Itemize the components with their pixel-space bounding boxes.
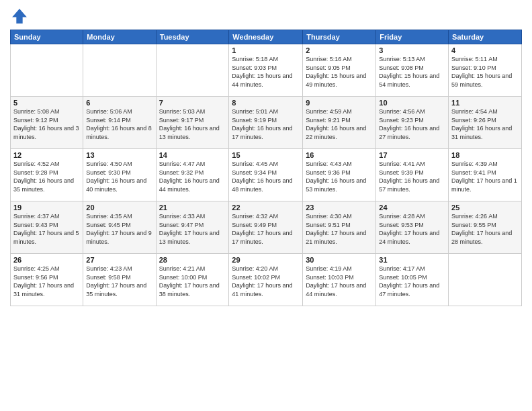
day-number: 27 [86,256,152,264]
day-info: Sunrise: 4:47 AM Sunset: 9:32 PM Dayligh… [159,160,226,193]
day-number: 19 [13,203,80,212]
day-number: 24 [379,203,445,212]
calendar-cell [449,254,522,306]
day-number: 6 [86,99,152,107]
day-number: 22 [232,203,300,212]
calendar-cell: 24Sunrise: 4:28 AM Sunset: 9:53 PM Dayli… [376,201,449,254]
day-number: 29 [232,256,300,264]
day-info: Sunrise: 4:17 AM Sunset: 10:05 PM Daylig… [379,265,445,298]
calendar-cell: 18Sunrise: 4:39 AM Sunset: 9:41 PM Dayli… [449,149,522,201]
day-number: 31 [379,256,445,264]
day-number: 25 [451,203,519,212]
day-number: 20 [86,203,152,212]
day-number: 23 [306,203,373,212]
calendar-cell: 7Sunrise: 5:03 AM Sunset: 9:17 PM Daylig… [156,97,229,149]
weekday-header-saturday: Saturday [449,30,522,44]
calendar-cell [11,44,83,97]
day-info: Sunrise: 4:35 AM Sunset: 9:45 PM Dayligh… [86,212,152,246]
weekday-header-tuesday: Tuesday [156,30,229,44]
day-number: 26 [13,256,80,264]
day-number: 9 [306,99,373,107]
day-info: Sunrise: 4:19 AM Sunset: 10:03 PM Daylig… [306,265,373,298]
calendar-cell: 11Sunrise: 4:54 AM Sunset: 9:26 PM Dayli… [449,97,522,149]
day-info: Sunrise: 4:50 AM Sunset: 9:30 PM Dayligh… [86,160,152,193]
weekday-header-sunday: Sunday [11,30,83,44]
logo-icon [10,7,29,26]
day-info: Sunrise: 4:45 AM Sunset: 9:34 PM Dayligh… [232,160,300,193]
day-info: Sunrise: 4:30 AM Sunset: 9:51 PM Dayligh… [306,212,373,246]
day-info: Sunrise: 4:23 AM Sunset: 9:58 PM Dayligh… [86,265,152,298]
calendar-cell: 4Sunrise: 5:11 AM Sunset: 9:10 PM Daylig… [449,44,522,97]
day-number: 14 [159,151,226,159]
calendar-cell: 1Sunrise: 5:18 AM Sunset: 9:03 PM Daylig… [229,44,303,97]
day-number: 1 [232,46,300,54]
calendar-cell: 28Sunrise: 4:21 AM Sunset: 10:00 PM Dayl… [156,254,229,306]
day-number: 17 [379,151,445,159]
day-number: 8 [232,99,300,107]
day-number: 13 [86,151,152,159]
calendar-cell: 14Sunrise: 4:47 AM Sunset: 9:32 PM Dayli… [156,149,229,201]
calendar-cell: 8Sunrise: 5:01 AM Sunset: 9:19 PM Daylig… [229,97,303,149]
calendar-week-row: 12Sunrise: 4:52 AM Sunset: 9:28 PM Dayli… [11,149,522,201]
calendar-cell: 23Sunrise: 4:30 AM Sunset: 9:51 PM Dayli… [303,201,376,254]
weekday-header-friday: Friday [376,30,449,44]
day-number: 30 [306,256,373,264]
weekday-header-monday: Monday [83,30,156,44]
calendar-cell: 15Sunrise: 4:45 AM Sunset: 9:34 PM Dayli… [229,149,303,201]
logo [10,7,30,26]
day-info: Sunrise: 4:37 AM Sunset: 9:43 PM Dayligh… [13,212,80,246]
day-number: 2 [306,46,373,54]
day-number: 21 [159,203,226,212]
day-info: Sunrise: 4:28 AM Sunset: 9:53 PM Dayligh… [379,212,445,246]
header [10,7,522,26]
weekday-header-row: SundayMondayTuesdayWednesdayThursdayFrid… [11,30,522,44]
calendar-cell: 20Sunrise: 4:35 AM Sunset: 9:45 PM Dayli… [83,201,156,254]
day-info: Sunrise: 4:26 AM Sunset: 9:55 PM Dayligh… [451,212,519,246]
day-number: 15 [232,151,300,159]
day-info: Sunrise: 4:56 AM Sunset: 9:23 PM Dayligh… [379,107,445,141]
day-info: Sunrise: 4:20 AM Sunset: 10:02 PM Daylig… [232,265,300,298]
day-info: Sunrise: 4:41 AM Sunset: 9:39 PM Dayligh… [379,160,445,193]
weekday-header-thursday: Thursday [303,30,376,44]
calendar-cell: 29Sunrise: 4:20 AM Sunset: 10:02 PM Dayl… [229,254,303,306]
calendar-cell: 30Sunrise: 4:19 AM Sunset: 10:03 PM Dayl… [303,254,376,306]
day-info: Sunrise: 5:11 AM Sunset: 9:10 PM Dayligh… [451,55,519,89]
calendar-cell: 19Sunrise: 4:37 AM Sunset: 9:43 PM Dayli… [11,201,83,254]
calendar-cell: 6Sunrise: 5:06 AM Sunset: 9:14 PM Daylig… [83,97,156,149]
calendar-cell: 16Sunrise: 4:43 AM Sunset: 9:36 PM Dayli… [303,149,376,201]
calendar-cell: 2Sunrise: 5:16 AM Sunset: 9:05 PM Daylig… [303,44,376,97]
day-info: Sunrise: 4:21 AM Sunset: 10:00 PM Daylig… [159,265,226,298]
day-info: Sunrise: 5:18 AM Sunset: 9:03 PM Dayligh… [232,55,300,89]
calendar-cell: 26Sunrise: 4:25 AM Sunset: 9:56 PM Dayli… [11,254,83,306]
day-info: Sunrise: 5:06 AM Sunset: 9:14 PM Dayligh… [86,107,152,141]
calendar-cell: 5Sunrise: 5:08 AM Sunset: 9:12 PM Daylig… [11,97,83,149]
day-number: 5 [13,99,80,107]
calendar-cell: 22Sunrise: 4:32 AM Sunset: 9:49 PM Dayli… [229,201,303,254]
day-info: Sunrise: 4:43 AM Sunset: 9:36 PM Dayligh… [306,160,373,193]
calendar-cell: 17Sunrise: 4:41 AM Sunset: 9:39 PM Dayli… [376,149,449,201]
weekday-header-wednesday: Wednesday [229,30,303,44]
day-info: Sunrise: 4:33 AM Sunset: 9:47 PM Dayligh… [159,212,226,246]
day-info: Sunrise: 5:01 AM Sunset: 9:19 PM Dayligh… [232,107,300,141]
day-info: Sunrise: 5:08 AM Sunset: 9:12 PM Dayligh… [13,107,80,141]
day-info: Sunrise: 5:03 AM Sunset: 9:17 PM Dayligh… [159,107,226,141]
day-info: Sunrise: 4:39 AM Sunset: 9:41 PM Dayligh… [451,160,519,193]
day-number: 16 [306,151,373,159]
calendar-week-row: 19Sunrise: 4:37 AM Sunset: 9:43 PM Dayli… [11,201,522,254]
calendar-cell: 27Sunrise: 4:23 AM Sunset: 9:58 PM Dayli… [83,254,156,306]
day-number: 10 [379,99,445,107]
day-info: Sunrise: 4:52 AM Sunset: 9:28 PM Dayligh… [13,160,80,193]
day-info: Sunrise: 4:32 AM Sunset: 9:49 PM Dayligh… [232,212,300,246]
calendar-cell: 10Sunrise: 4:56 AM Sunset: 9:23 PM Dayli… [376,97,449,149]
page: SundayMondayTuesdayWednesdayThursdayFrid… [0,0,532,411]
day-info: Sunrise: 5:13 AM Sunset: 9:08 PM Dayligh… [379,55,445,89]
day-info: Sunrise: 4:54 AM Sunset: 9:26 PM Dayligh… [451,107,519,141]
day-number: 4 [451,46,519,54]
day-number: 28 [159,256,226,264]
calendar-cell: 9Sunrise: 4:59 AM Sunset: 9:21 PM Daylig… [303,97,376,149]
calendar-cell: 12Sunrise: 4:52 AM Sunset: 9:28 PM Dayli… [11,149,83,201]
calendar: SundayMondayTuesdayWednesdayThursdayFrid… [10,30,522,306]
day-number: 18 [451,151,519,159]
day-info: Sunrise: 5:16 AM Sunset: 9:05 PM Dayligh… [306,55,373,89]
calendar-cell: 31Sunrise: 4:17 AM Sunset: 10:05 PM Dayl… [376,254,449,306]
